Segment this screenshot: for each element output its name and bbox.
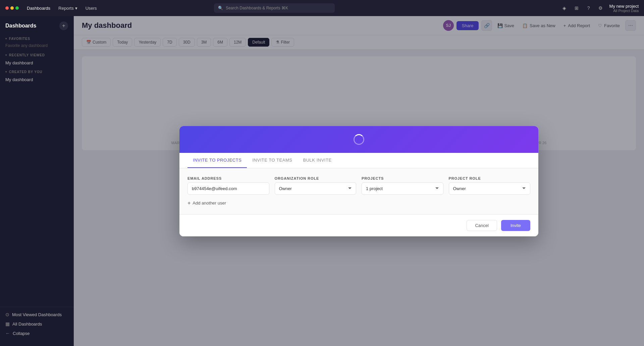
chevron-down-icon: ▾	[5, 54, 7, 57]
grid-icon: ▦	[5, 321, 10, 327]
sidebar: Dashboards + ▾ FAVORITES Favorite any da…	[0, 16, 74, 346]
modal-body: EMAIL ADDRESS ORGANIZATION ROLE Owner Ad…	[179, 168, 538, 214]
window-dots	[5, 6, 19, 10]
sidebar-recent-section[interactable]: ▾ RECENTLY VIEWED	[0, 51, 73, 58]
sidebar-item-collapse[interactable]: ← Collapse	[0, 329, 73, 338]
modal-footer: Cancel Invite	[179, 214, 538, 236]
add-dashboard-button[interactable]: +	[59, 21, 68, 30]
modal-tabs: INVITE TO PROJECTS INVITE TO TEAMS BULK …	[179, 153, 538, 168]
eye-icon: ⊙	[5, 312, 9, 317]
grid-icon[interactable]: ⊞	[573, 5, 580, 11]
modal-header	[179, 126, 538, 153]
plus-icon: +	[187, 200, 191, 206]
collapse-icon: ←	[5, 331, 10, 336]
layout: Dashboards + ▾ FAVORITES Favorite any da…	[0, 16, 644, 346]
tab-invite-teams[interactable]: INVITE TO TEAMS	[247, 153, 298, 168]
activity-icon[interactable]: ◈	[561, 5, 568, 11]
sidebar-item-my-dashboard-recent[interactable]: My dashboard	[0, 58, 73, 67]
email-label: EMAIL ADDRESS	[187, 176, 269, 180]
help-icon[interactable]: ?	[585, 5, 592, 11]
tab-invite-projects[interactable]: INVITE TO PROJECTS	[187, 153, 247, 168]
projects-select[interactable]: 1 project	[362, 182, 443, 195]
topnav: Dashboards Reports ▾ Users 🔍 Search Dash…	[0, 0, 644, 16]
modal-overlay: INVITE TO PROJECTS INVITE TO TEAMS BULK …	[74, 16, 644, 346]
add-another-user-button[interactable]: + Add another user	[187, 200, 530, 206]
nav-users[interactable]: Users	[86, 6, 97, 11]
nav-reports[interactable]: Reports ▾	[58, 6, 77, 11]
search-icon: 🔍	[218, 6, 223, 10]
sidebar-title: Dashboards	[5, 23, 36, 29]
org-role-select[interactable]: Owner Admin Member Viewer	[275, 182, 357, 195]
invite-button[interactable]: Invite	[501, 220, 530, 231]
sidebar-bottom: ⊙ Most Viewed Dashboards ▦ All Dashboard…	[0, 307, 73, 341]
dot-red[interactable]	[5, 6, 9, 10]
search-bar[interactable]: 🔍 Search Dashboards & Reports ⌘K	[214, 3, 335, 13]
form-row: EMAIL ADDRESS ORGANIZATION ROLE Owner Ad…	[187, 176, 530, 195]
org-role-label: ORGANIZATION ROLE	[275, 176, 357, 180]
nav-dashboards[interactable]: Dashboards	[27, 6, 50, 11]
settings-icon[interactable]: ⚙	[597, 5, 604, 11]
sidebar-item-most-viewed[interactable]: ⊙ Most Viewed Dashboards	[0, 310, 73, 319]
cancel-button[interactable]: Cancel	[467, 220, 497, 231]
email-input[interactable]	[187, 182, 269, 195]
projects-label: PROJECTS	[362, 176, 443, 180]
projects-group: PROJECTS 1 project	[362, 176, 443, 195]
org-role-group: ORGANIZATION ROLE Owner Admin Member Vie…	[275, 176, 357, 195]
loading-spinner	[354, 134, 364, 145]
sidebar-item-my-dashboard-created[interactable]: My dashboard	[0, 75, 73, 84]
sidebar-favorites-section[interactable]: ▾ FAVORITES	[0, 34, 73, 42]
dot-yellow[interactable]	[10, 6, 14, 10]
invite-modal: INVITE TO PROJECTS INVITE TO TEAMS BULK …	[179, 126, 538, 236]
sidebar-item-all-dashboards[interactable]: ▦ All Dashboards	[0, 319, 73, 329]
sidebar-header: Dashboards +	[0, 21, 73, 34]
chevron-down-icon: ▾	[5, 70, 7, 73]
dot-green[interactable]	[15, 6, 19, 10]
project-role-label: PROJECT ROLE	[449, 176, 531, 180]
project-role-select[interactable]: Owner Admin Member Viewer	[449, 182, 531, 195]
project-role-group: PROJECT ROLE Owner Admin Member Viewer	[449, 176, 531, 195]
tab-bulk-invite[interactable]: BULK INVITE	[298, 153, 337, 168]
topnav-right: ◈ ⊞ ? ⚙ My new project All Project Data	[561, 4, 639, 13]
chevron-down-icon: ▾	[5, 37, 7, 40]
main-content: My dashboard SJ Share 🔗 💾 Save 📋 Save as…	[74, 16, 644, 346]
favorites-empty-text: Favorite any dashboard	[0, 42, 73, 51]
email-group: EMAIL ADDRESS	[187, 176, 269, 195]
topnav-links: Dashboards Reports ▾ Users	[27, 6, 97, 11]
sidebar-created-section[interactable]: ▾ CREATED BY YOU	[0, 67, 73, 75]
project-selector[interactable]: My new project All Project Data	[609, 4, 639, 13]
